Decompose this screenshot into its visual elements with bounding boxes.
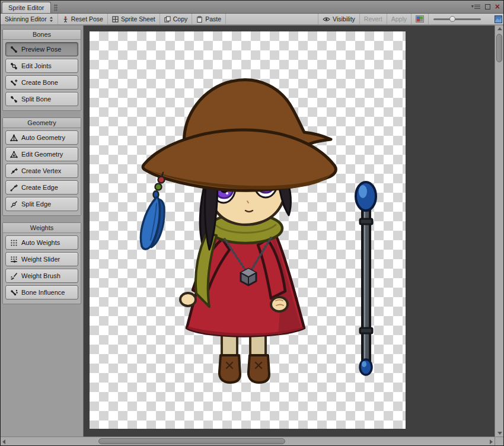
scroll-down-icon[interactable] [497, 432, 502, 435]
edit-geometry-icon [10, 151, 18, 158]
sprite-sheet-label: Sprite Sheet [121, 15, 155, 23]
horizontal-scrollbar[interactable] [1, 437, 495, 445]
tool-label: Auto Weights [21, 239, 60, 246]
create-edge-icon [10, 184, 18, 192]
scrollbar-corner [495, 437, 503, 445]
visibility-button[interactable]: Visibility [318, 14, 359, 24]
sprite-area[interactable] [90, 31, 406, 429]
tool-create-bone[interactable]: Create Bone [5, 75, 78, 90]
close-button[interactable]: × [495, 2, 500, 11]
weights-panel-title: Weights [3, 223, 81, 233]
eye-icon [323, 17, 330, 22]
color-swatch-icon [416, 15, 424, 23]
sprite-editor-window: Sprite Editor ▾ × Skinning Editor Reset … [0, 0, 504, 446]
edit-joints-icon [10, 62, 18, 70]
geometry-panel: Geometry Auto Geometry Edit Geometry Cre… [2, 117, 81, 216]
reset-pose-icon [62, 16, 69, 23]
tool-label: Preview Pose [21, 46, 61, 53]
tab-grip-icon [54, 4, 58, 11]
tool-auto-weights[interactable]: Auto Weights [5, 235, 78, 250]
updown-caret-icon [49, 16, 53, 23]
tool-label: Split Bone [21, 95, 51, 103]
tool-bone-influence[interactable]: Bone Influence [5, 285, 78, 300]
bones-panel-title: Bones [3, 30, 81, 40]
staff [356, 182, 376, 375]
zoom-slider[interactable] [428, 14, 486, 24]
bone-influence-icon [10, 289, 18, 297]
visibility-label: Visibility [333, 15, 355, 23]
mode-dropdown[interactable]: Skinning Editor [1, 14, 58, 24]
mode-dropdown-label: Skinning Editor [5, 15, 47, 23]
menu-icon [474, 5, 480, 9]
weight-slider-icon [10, 256, 18, 263]
geometry-panel-title: Geometry [3, 118, 81, 128]
tool-create-edge[interactable]: Create Edge [5, 180, 78, 195]
overlay-color-button[interactable] [411, 14, 428, 24]
weights-panel: Weights Auto Weights Weight Slider Weigh… [2, 222, 81, 304]
apply-label: Apply [391, 15, 407, 23]
reset-pose-button[interactable]: Reset Pose [58, 14, 108, 24]
sprite-image [90, 31, 406, 429]
tool-label: Edit Geometry [21, 151, 63, 158]
witch-character [141, 80, 336, 383]
tool-weight-slider[interactable]: Weight Slider [5, 252, 78, 266]
apply-button[interactable]: Apply [387, 14, 411, 24]
sprite-sheet-button[interactable]: Sprite Sheet [108, 14, 160, 24]
scroll-left-icon[interactable] [2, 439, 5, 444]
tool-label: Create Bone [21, 79, 58, 86]
sprite-sheet-icon [112, 16, 119, 23]
titlebar: Sprite Editor ▾ × [1, 1, 503, 14]
feather-charm [141, 173, 164, 249]
paste-icon [196, 16, 203, 23]
create-bone-icon [10, 79, 18, 87]
toolbar: Skinning Editor Reset Pose Sprite Sheet … [1, 14, 503, 25]
texture-preview-icon[interactable] [495, 15, 502, 23]
revert-button[interactable]: Revert [359, 14, 387, 24]
toolbar-right: Visibility Revert Apply [318, 14, 503, 24]
preview-pose-icon [10, 46, 18, 53]
tool-split-bone[interactable]: Split Bone [5, 92, 78, 106]
horizontal-scrollbar-thumb[interactable] [98, 438, 285, 444]
revert-label: Revert [364, 15, 382, 23]
tool-edit-joints[interactable]: Edit Joints [5, 59, 78, 73]
caret-down-icon: ▾ [471, 4, 474, 9]
tool-label: Weight Slider [21, 256, 60, 263]
copy-button[interactable]: Copy [160, 14, 193, 24]
skinning-canvas[interactable] [84, 26, 495, 437]
tab-label: Sprite Editor [8, 4, 44, 11]
tool-sidebar: Bones Preview Pose Edit Joints Create Bo… [1, 26, 84, 437]
vertical-scrollbar[interactable] [495, 26, 503, 437]
tool-label: Bone Influence [21, 289, 65, 296]
tool-label: Create Edge [21, 184, 58, 191]
tool-create-vertex[interactable]: Create Vertex [5, 164, 78, 178]
bones-panel: Bones Preview Pose Edit Joints Create Bo… [2, 29, 81, 111]
paste-label: Paste [205, 15, 221, 23]
reset-pose-label: Reset Pose [71, 15, 103, 23]
tool-split-edge[interactable]: Split Edge [5, 197, 78, 211]
tool-label: Auto Geometry [21, 134, 65, 141]
scroll-up-icon[interactable] [497, 27, 502, 30]
zoom-slider-knob[interactable] [449, 16, 455, 22]
auto-weights-icon [10, 239, 18, 247]
tool-preview-pose[interactable]: Preview Pose [5, 42, 78, 56]
maximize-button[interactable] [485, 4, 490, 9]
sprite-editor-tab[interactable]: Sprite Editor [2, 2, 51, 13]
copy-label: Copy [173, 15, 188, 23]
create-vertex-icon [10, 167, 18, 175]
auto-geometry-icon [10, 134, 18, 142]
scroll-right-icon[interactable] [490, 439, 493, 444]
tool-weight-brush[interactable]: Weight Brush [5, 269, 78, 283]
tool-label: Edit Joints [21, 62, 52, 69]
tool-label: Create Vertex [21, 167, 61, 174]
vertical-scrollbar-thumb[interactable] [496, 34, 502, 62]
tool-auto-geometry[interactable]: Auto Geometry [5, 130, 78, 145]
copy-icon [164, 16, 171, 23]
zoom-slider-track[interactable] [433, 18, 481, 20]
tool-label: Weight Brush [21, 272, 60, 279]
tool-edit-geometry[interactable]: Edit Geometry [5, 147, 78, 161]
paste-button[interactable]: Paste [192, 14, 226, 24]
split-edge-icon [10, 200, 18, 208]
window-controls: ▾ × [471, 0, 503, 13]
window-menu-button[interactable]: ▾ [471, 4, 480, 9]
tool-label: Split Edge [21, 200, 51, 208]
